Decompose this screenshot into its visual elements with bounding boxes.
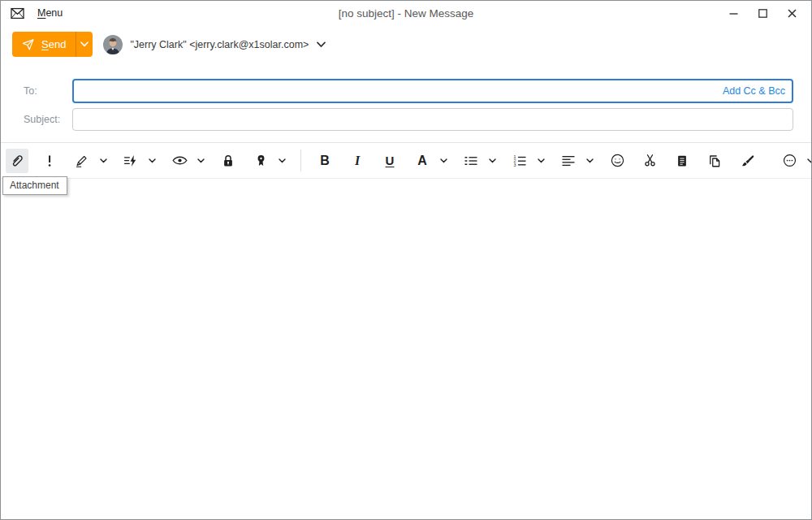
from-address[interactable]: "Jerry Clark" <jerry.clark@x1solar.com> <box>130 39 309 50</box>
font-color-button[interactable]: A <box>411 149 434 173</box>
smiley-icon <box>610 153 625 168</box>
more-options-button[interactable] <box>778 149 801 173</box>
bold-glyph: B <box>320 154 330 168</box>
copy-button[interactable] <box>703 149 726 173</box>
exclamation-icon <box>41 153 58 169</box>
bullet-list-dropdown[interactable] <box>486 149 499 173</box>
numbered-list-icon: 1 2 3 <box>512 153 528 169</box>
subject-label: Subject: <box>1 114 72 125</box>
scissors-icon <box>642 153 658 168</box>
send-label: Send <box>41 38 66 50</box>
font-color-glyph: A <box>417 154 427 168</box>
paste-button[interactable] <box>671 149 693 173</box>
titlebar: Menu [no subject] - New Message <box>1 1 811 25</box>
more-options-dropdown[interactable] <box>804 149 812 173</box>
message-body[interactable] <box>1 179 811 519</box>
encrypt-button[interactable] <box>217 149 240 173</box>
seal-icon <box>254 154 268 167</box>
italic-glyph: I <box>355 154 360 168</box>
bullet-list-button[interactable] <box>460 149 482 173</box>
align-dropdown[interactable] <box>583 149 596 173</box>
subject-input[interactable] <box>72 108 793 131</box>
watch-dropdown[interactable] <box>194 149 207 173</box>
to-input[interactable] <box>72 79 793 103</box>
menu-rest: enu <box>45 7 63 19</box>
compose-header: Send "Jerry Clark" <jerry.clark@x1solar.… <box>1 25 811 57</box>
paintbrush-icon <box>740 153 755 168</box>
sign-certificate-button[interactable] <box>249 149 272 173</box>
italic-button[interactable]: I <box>346 149 369 173</box>
send-plane-icon <box>21 37 35 51</box>
menu-button[interactable]: Menu <box>37 7 63 19</box>
numbered-list-dropdown[interactable] <box>534 149 547 173</box>
window-controls <box>719 1 811 25</box>
toolbar-separator <box>300 150 301 171</box>
format-toolbar: B I U A <box>1 142 811 179</box>
sender-avatar[interactable] <box>103 35 123 54</box>
more-options-icon <box>782 153 797 168</box>
underline-button[interactable]: U <box>378 149 401 173</box>
attachment-button[interactable] <box>6 149 28 173</box>
watch-button[interactable] <box>168 149 191 173</box>
quick-text-dropdown[interactable] <box>145 149 158 173</box>
quick-text-button[interactable] <box>119 149 142 173</box>
subject-row: Subject: <box>1 108 793 131</box>
maximize-button[interactable] <box>748 1 777 25</box>
format-painter-button[interactable] <box>736 149 758 173</box>
copy-icon <box>707 154 722 168</box>
signature-dropdown[interactable] <box>97 149 110 173</box>
signature-button[interactable] <box>71 149 93 173</box>
eye-icon <box>171 152 188 169</box>
window-title: [no subject] - New Message <box>1 7 811 20</box>
emoji-button[interactable] <box>606 149 628 173</box>
cut-button[interactable] <box>638 149 661 173</box>
to-label: To: <box>1 85 72 97</box>
align-icon <box>560 153 577 169</box>
lock-icon <box>221 154 235 168</box>
svg-text:3: 3 <box>514 162 516 167</box>
menu-accel: M <box>37 7 45 19</box>
add-cc-bcc-link[interactable]: Add Cc & Bcc <box>723 79 785 103</box>
address-fields: To: Add Cc & Bcc Subject: <box>1 79 811 131</box>
new-message-window: Menu [no subject] - New Message <box>0 0 812 520</box>
to-row: To: Add Cc & Bcc <box>1 79 793 103</box>
numbered-list-button[interactable]: 1 2 3 <box>508 149 531 173</box>
send-dropdown[interactable] <box>76 41 93 47</box>
paste-icon <box>675 154 689 168</box>
priority-button[interactable] <box>38 149 61 173</box>
underline-glyph: U <box>386 154 395 167</box>
minimize-button[interactable] <box>719 1 748 25</box>
pen-icon <box>74 153 90 169</box>
send-button[interactable]: Send <box>12 32 93 57</box>
quick-text-icon <box>123 153 139 169</box>
font-color-dropdown[interactable] <box>437 149 450 173</box>
attachment-tooltip: Attachment <box>2 176 67 195</box>
bold-button[interactable]: B <box>313 149 336 173</box>
from-dropdown[interactable] <box>317 41 326 48</box>
sign-certificate-dropdown[interactable] <box>275 149 288 173</box>
paperclip-icon <box>9 153 25 169</box>
align-button[interactable] <box>557 149 580 173</box>
close-button[interactable] <box>777 1 806 25</box>
envelope-icon <box>10 6 25 21</box>
bullet-list-icon <box>463 153 479 169</box>
